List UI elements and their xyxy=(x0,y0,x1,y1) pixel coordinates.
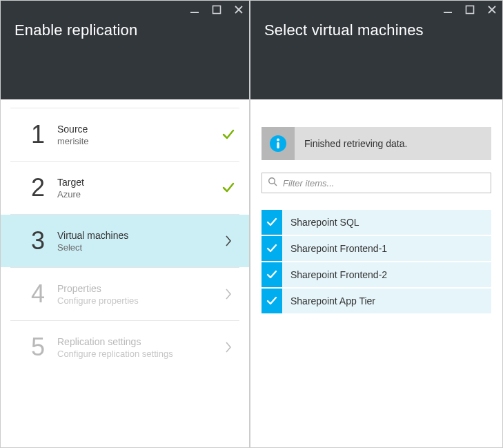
close-icon[interactable] xyxy=(234,5,244,14)
step-title: Properties xyxy=(57,283,220,294)
step-text: Source merisite xyxy=(57,124,220,146)
svg-rect-3 xyxy=(466,6,474,14)
vm-row[interactable]: Sharepoint Frontend-1 xyxy=(262,236,491,261)
step-number: 3 xyxy=(31,228,55,253)
checkbox-checked-icon[interactable] xyxy=(262,210,282,235)
step-title: Virtual machines xyxy=(57,230,220,241)
maximize-icon[interactable] xyxy=(465,5,475,14)
chevron-right-icon xyxy=(220,341,237,353)
step-properties: 4 Properties Configure properties xyxy=(1,268,249,320)
vm-label: Sharepoint App Tier xyxy=(282,295,491,306)
pane-title-right: Select virtual machines xyxy=(264,21,489,39)
banner-text: Finished retrieving data. xyxy=(295,127,491,160)
vm-label: Sharepoint SQL xyxy=(282,217,491,228)
pane-title-left: Enable replication xyxy=(14,21,235,39)
pane-header-right: Select virtual machines xyxy=(250,1,502,99)
step-title: Replication settings xyxy=(57,336,220,347)
vm-row[interactable]: Sharepoint App Tier xyxy=(262,289,491,313)
filter-input[interactable] xyxy=(283,178,485,188)
minimize-icon[interactable] xyxy=(190,5,199,14)
wizard-steps: 1 Source merisite 2 Target Azure 3 xyxy=(1,99,249,447)
step-replication-settings: 5 Replication settings Configure replica… xyxy=(1,321,249,373)
step-title: Source xyxy=(57,124,220,135)
step-number: 2 xyxy=(31,175,55,200)
vm-list: Sharepoint SQL Sharepoint Frontend-1 Sha… xyxy=(262,210,491,313)
window-controls-left xyxy=(190,5,244,14)
svg-rect-2 xyxy=(444,12,452,13)
svg-rect-1 xyxy=(213,6,221,14)
search-icon xyxy=(268,177,277,189)
status-banner: Finished retrieving data. xyxy=(262,127,491,160)
info-icon xyxy=(262,127,295,160)
step-sub: Azure xyxy=(57,189,220,199)
enable-replication-pane: Enable replication 1 Source merisite 2 T… xyxy=(0,0,250,448)
check-icon xyxy=(220,181,237,195)
minimize-icon[interactable] xyxy=(443,5,453,14)
svg-line-8 xyxy=(274,183,277,186)
vm-label: Sharepoint Frontend-2 xyxy=(282,269,491,280)
maximize-icon[interactable] xyxy=(212,5,221,14)
filter-box[interactable] xyxy=(262,173,491,193)
step-text: Virtual machines Select xyxy=(57,230,220,253)
chevron-right-icon xyxy=(220,235,237,247)
step-sub: Select xyxy=(57,242,220,253)
right-body: Finished retrieving data. Sharepoint SQL… xyxy=(250,99,502,447)
pane-header-left: Enable replication xyxy=(1,1,249,99)
step-target[interactable]: 2 Target Azure xyxy=(1,162,249,214)
checkbox-checked-icon[interactable] xyxy=(262,262,282,287)
step-sub: Configure replication settings xyxy=(57,349,220,359)
step-text: Properties Configure properties xyxy=(57,283,220,306)
vm-row[interactable]: Sharepoint SQL xyxy=(262,210,491,235)
checkbox-checked-icon[interactable] xyxy=(262,289,282,313)
step-number: 1 xyxy=(31,122,55,147)
svg-rect-0 xyxy=(190,12,199,13)
svg-point-7 xyxy=(269,178,275,184)
svg-point-5 xyxy=(277,139,279,142)
step-source[interactable]: 1 Source merisite xyxy=(1,108,249,161)
step-sub: Configure properties xyxy=(57,295,220,306)
step-virtual-machines[interactable]: 3 Virtual machines Select xyxy=(1,215,249,267)
step-sub: merisite xyxy=(57,136,220,146)
step-number: 5 xyxy=(31,335,55,360)
vm-row[interactable]: Sharepoint Frontend-2 xyxy=(262,262,491,287)
svg-rect-6 xyxy=(277,142,279,148)
vm-label: Sharepoint Frontend-1 xyxy=(282,243,491,254)
select-virtual-machines-pane: Select virtual machines Finished retriev… xyxy=(250,0,503,448)
step-text: Replication settings Configure replicati… xyxy=(57,336,220,359)
close-icon[interactable] xyxy=(487,5,497,14)
window-controls-right xyxy=(443,5,497,14)
checkbox-checked-icon[interactable] xyxy=(262,236,282,261)
chevron-right-icon xyxy=(220,288,237,300)
step-number: 4 xyxy=(31,282,55,306)
check-icon xyxy=(220,128,237,142)
step-text: Target Azure xyxy=(57,177,220,199)
step-title: Target xyxy=(57,177,220,188)
